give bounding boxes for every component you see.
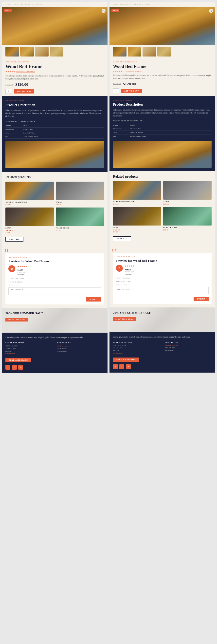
spec-value: Large, Medium, Small [23, 135, 104, 139]
contact-details: info@company.com (555) 555-5555 @socialh… [57, 345, 104, 352]
review-title: 1 review for Wood Bed Frame [8, 259, 101, 263]
search-icon[interactable]: 🔍 [102, 9, 106, 13]
product-card-price-r-4: $12.41 [163, 229, 212, 231]
spec-value: Gray, Red, Yellow [23, 131, 104, 135]
spec-value-r: Gray, Red, Yellow [130, 131, 212, 134]
product-card-image-r-2 [163, 181, 212, 200]
desc-section-label: WOOD BED FRAME [5, 100, 104, 102]
product-description-r: Pellentesque habitant morbi tristique se… [113, 74, 212, 80]
product-card-3[interactable]: LAMP ★★★★★ $22.00 [5, 208, 54, 234]
twitter-icon-r[interactable]: t [119, 364, 124, 369]
price-row-r: $180.00 $120.00 [113, 82, 212, 86]
desc-section-label-r: WOOD BED FRAME [113, 99, 212, 101]
linkedin-icon[interactable]: in [18, 365, 23, 370]
submit-review-button-r[interactable]: SUBMIT [194, 297, 209, 301]
store-location-title-r: STORE LOCATION [113, 341, 160, 343]
reviewer-row: ✿ ★★★★★ JASON JUNE 4, 2020 Awesome! [8, 265, 101, 276]
product-card-name-r-3: LAMP [113, 226, 161, 228]
quantity-input[interactable]: 1 [5, 89, 12, 94]
review-textarea[interactable] [8, 288, 101, 295]
footer: Lorem ipsum dolor sit amet, consectetur … [2, 332, 108, 373]
additional-info-label-r: ADDITIONAL INFORMATION [113, 120, 212, 122]
spec-row: color Gray, Red, Yellow [5, 131, 104, 135]
shop-all-button[interactable]: SHOP ALL [5, 237, 23, 242]
add-to-cart-button[interactable]: ADD TO CART [14, 89, 34, 94]
product-specs-table: Weight 160 oz Dimensions 36 × 60 × 40 in… [5, 124, 104, 139]
product-card-r-1[interactable]: WOODEN HEADBOARD $153.00 [113, 181, 161, 205]
product-card-price-1: $153.00 [5, 204, 54, 206]
thumbnail-1[interactable] [5, 47, 19, 56]
thumbnail-3[interactable] [35, 47, 49, 56]
quantity-input-r[interactable]: 1 [113, 88, 119, 93]
rating-input-r[interactable]: ☆☆☆☆☆ [116, 283, 209, 286]
product-card-r-3[interactable]: LAMP ★★★★★ $22.00 [113, 207, 161, 233]
twitter-icon[interactable]: t [12, 365, 17, 370]
review-inner-r: WOOD BED FRAME 1 review for Wood Bed Fra… [113, 253, 212, 304]
review-count-r[interactable]: 2 CUSTOMER REVIEWS [124, 70, 142, 72]
facebook-icon[interactable]: f [5, 365, 10, 370]
quote-mark-r: " [111, 246, 116, 259]
products-grid: WOODEN HEADBOARD $153.00 TABLE $205.00 L… [5, 182, 104, 234]
facebook-icon-r[interactable]: f [113, 364, 118, 369]
shop-sale-button-r[interactable]: SHOP THIS DEAL [113, 317, 136, 321]
review-section-label: WOOD BED FRAME [8, 256, 101, 258]
product-card-r-2[interactable]: TABLE $205.00 [163, 181, 212, 205]
add-review-label: Add a review [8, 278, 101, 280]
footer-r: Lorem ipsum dolor sit amet, consectetur … [109, 332, 215, 372]
sale-banner-content-r: 20% OFF SUMMER SALE SHOP THIS DEAL [113, 311, 212, 321]
thumbnail-r-2[interactable] [128, 47, 141, 56]
product-secondary-image [5, 141, 104, 168]
spec-row-r: Dimensions 36 × 60 × 40 in [113, 127, 212, 131]
product-title: Wood Bed Frame [5, 64, 104, 70]
email-link-r[interactable]: info@company.com [165, 344, 178, 346]
spec-row: size Large, Medium, Small [5, 135, 104, 139]
product-card-image-1 [5, 182, 54, 200]
contact-title: CONTACT US [57, 342, 104, 344]
add-to-cart-row: 1 ADD TO CART [5, 89, 104, 94]
send-message-button-r[interactable]: SEND A MESSAGE [113, 358, 139, 362]
breadcrumb-r: HOME / FURNITURE / WOOD BED FRAME [109, 2, 215, 7]
product-card-2[interactable]: TABLE $205.00 [56, 182, 104, 206]
thumbnail-2[interactable] [20, 47, 34, 56]
thumbnail-r-3[interactable] [143, 47, 156, 56]
rating-input[interactable]: ☆☆☆☆☆ [8, 284, 101, 286]
thumbnail-4[interactable] [50, 47, 63, 56]
product-description: Pellentesque habitant morbi tristique se… [5, 74, 104, 80]
rating-row: ★★★★★ 2 CUSTOMER REVIEWS [5, 70, 104, 73]
store-location-col-r: STORE LOCATION 1234 Elm St, #12341234, C… [113, 341, 160, 354]
submit-review-button[interactable]: SUBMIT [86, 297, 101, 302]
product-info: CATEGORY: FURNITURE Wood Bed Frame ★★★★★… [2, 58, 108, 96]
sale-banner-title: 20% OFF SUMMER SALE [5, 312, 104, 315]
original-price-r: $180.00 [113, 83, 121, 86]
product-card-image-r-1 [113, 181, 161, 200]
reviewer-date: JUNE 4, 2020 [17, 272, 27, 273]
product-card-image-r-3 [113, 207, 161, 226]
product-card-r-4[interactable]: PLANT DECOR $12.41 [163, 207, 212, 233]
linkedin-icon-r[interactable]: in [126, 364, 131, 369]
thumbnail-r-4[interactable] [157, 47, 171, 56]
shop-all-button-r[interactable]: SHOP ALL [113, 236, 131, 241]
get-directions-link-r[interactable]: Get Directions [113, 352, 122, 354]
product-card-name-r-2: TABLE [163, 200, 212, 202]
get-directions-link[interactable]: Get Directions [5, 352, 15, 354]
your-rating-label: YOUR RATING [8, 281, 101, 283]
product-card-image-3 [5, 208, 54, 226]
search-icon-r[interactable]: 🔍 [209, 9, 213, 13]
add-to-cart-button-r[interactable]: ADD TO CART [121, 89, 142, 93]
quote-mark: " [4, 247, 9, 259]
product-card-price-2: $205.00 [56, 204, 104, 206]
thumbnail-r-1[interactable] [113, 47, 127, 56]
review-count[interactable]: 2 CUSTOMER REVIEWS [16, 71, 35, 73]
sale-banner-title-r: 20% OFF SUMMER SALE [113, 311, 212, 315]
product-card-1[interactable]: WOODEN HEADBOARD $153.00 [5, 182, 54, 206]
social-row: f t in [5, 365, 104, 370]
sale-banner-r: 20% OFF SUMMER SALE SHOP THIS DEAL [109, 308, 215, 332]
email-link[interactable]: info@company.com [57, 345, 70, 347]
products-grid-r: WOODEN HEADBOARD $153.00 TABLE $205.00 L… [113, 181, 212, 233]
shop-sale-button[interactable]: SHOP THIS DEAL [5, 318, 28, 322]
review-textarea-r[interactable] [116, 287, 209, 294]
send-message-button[interactable]: SEND A MESSAGE [5, 358, 31, 362]
product-card-4[interactable]: PLANT DECOR $12.41 [56, 208, 104, 234]
contact-title-r: CONTACT US [165, 341, 212, 343]
footer-columns-r: STORE LOCATION 1234 Elm St, #12341234, C… [113, 341, 212, 354]
